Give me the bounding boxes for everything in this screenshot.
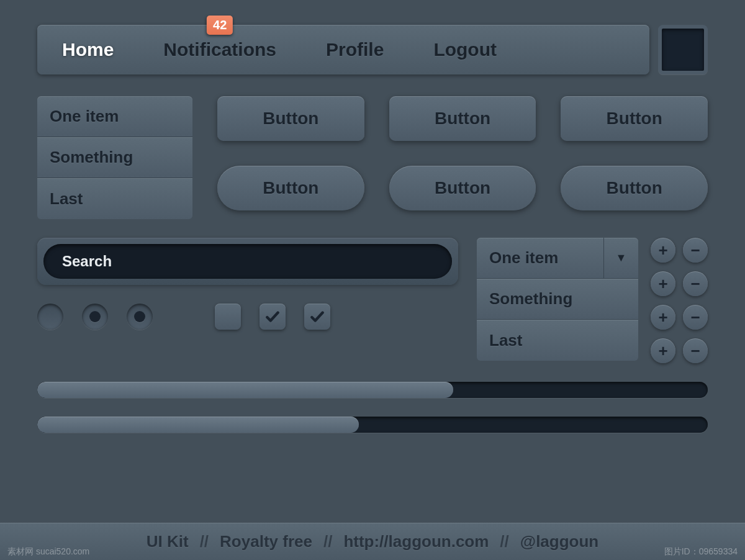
search-input[interactable] bbox=[43, 244, 452, 279]
minus-button[interactable]: − bbox=[683, 305, 708, 330]
nav-square-button[interactable] bbox=[658, 25, 708, 75]
footer-handle[interactable]: @laggoun bbox=[520, 532, 598, 551]
dropdown-arrow[interactable]: ▼ bbox=[603, 238, 638, 279]
minus-button[interactable]: − bbox=[683, 238, 708, 263]
footer-sep: // bbox=[323, 532, 332, 551]
dropdown-option[interactable]: Something bbox=[477, 279, 638, 320]
plus-button[interactable]: + bbox=[651, 338, 675, 363]
footer-text: Royalty free bbox=[220, 532, 312, 551]
checkbox-checked[interactable] bbox=[304, 304, 330, 330]
list-panel: One item Something Last bbox=[37, 96, 192, 219]
radio-checked[interactable] bbox=[127, 304, 153, 330]
button-pill[interactable]: Button bbox=[389, 166, 536, 210]
progress-bar-2[interactable] bbox=[37, 417, 708, 433]
search-wrap bbox=[37, 238, 458, 285]
check-icon bbox=[264, 309, 281, 325]
list-item[interactable]: One item bbox=[37, 96, 192, 137]
footer-link[interactable]: http://laggoun.com bbox=[343, 532, 489, 551]
button-square[interactable]: Button bbox=[561, 96, 708, 141]
notifications-badge: 42 bbox=[207, 16, 233, 35]
checkbox-checked[interactable] bbox=[260, 304, 286, 330]
checkbox-unchecked[interactable] bbox=[215, 304, 241, 330]
radio-dot-icon bbox=[134, 311, 145, 322]
plus-minus-column: + − + − + − + − bbox=[651, 238, 708, 363]
footer-sep: // bbox=[500, 532, 508, 551]
nav-main: Home Notifications 42 Profile Logout bbox=[37, 25, 649, 75]
minus-button[interactable]: − bbox=[683, 271, 708, 296]
button-square[interactable]: Button bbox=[389, 96, 536, 141]
footer-bar: UI Kit // Royalty free // http://laggoun… bbox=[0, 523, 745, 560]
navbar: Home Notifications 42 Profile Logout bbox=[37, 25, 708, 75]
progress-bar-1[interactable] bbox=[37, 382, 708, 398]
radio-checked[interactable] bbox=[82, 304, 108, 330]
nav-item-notifications[interactable]: Notifications 42 bbox=[163, 39, 276, 60]
controls-row bbox=[37, 304, 458, 330]
list-item[interactable]: Something bbox=[37, 137, 192, 178]
watermark-right: 图片ID：09659334 bbox=[664, 546, 738, 558]
nav-item-home[interactable]: Home bbox=[62, 39, 114, 60]
radio-unchecked[interactable] bbox=[37, 304, 63, 330]
plus-button[interactable]: + bbox=[651, 238, 675, 263]
minus-button[interactable]: − bbox=[683, 338, 708, 363]
nav-item-profile[interactable]: Profile bbox=[326, 39, 384, 60]
button-square[interactable]: Button bbox=[217, 96, 364, 141]
button-pill[interactable]: Button bbox=[561, 166, 708, 210]
footer-sep: // bbox=[200, 532, 209, 551]
progress-fill bbox=[37, 417, 359, 433]
watermark-left: 素材网 sucai520.com bbox=[7, 546, 89, 558]
dropdown-selected[interactable]: One item bbox=[477, 238, 603, 279]
button-pill[interactable]: Button bbox=[217, 166, 364, 210]
footer-text: UI Kit bbox=[147, 532, 189, 551]
plus-button[interactable]: + bbox=[651, 305, 675, 330]
dropdown-panel: One item ▼ Something Last bbox=[477, 238, 638, 363]
check-icon bbox=[309, 309, 325, 325]
dropdown-option[interactable]: Last bbox=[477, 320, 638, 361]
chevron-down-icon: ▼ bbox=[616, 251, 627, 264]
radio-dot-icon bbox=[89, 311, 101, 322]
nav-item-logout[interactable]: Logout bbox=[433, 39, 497, 60]
plus-button[interactable]: + bbox=[651, 271, 675, 296]
progress-fill bbox=[37, 382, 453, 398]
nav-label-notifications: Notifications bbox=[163, 39, 276, 60]
list-item[interactable]: Last bbox=[37, 178, 192, 219]
